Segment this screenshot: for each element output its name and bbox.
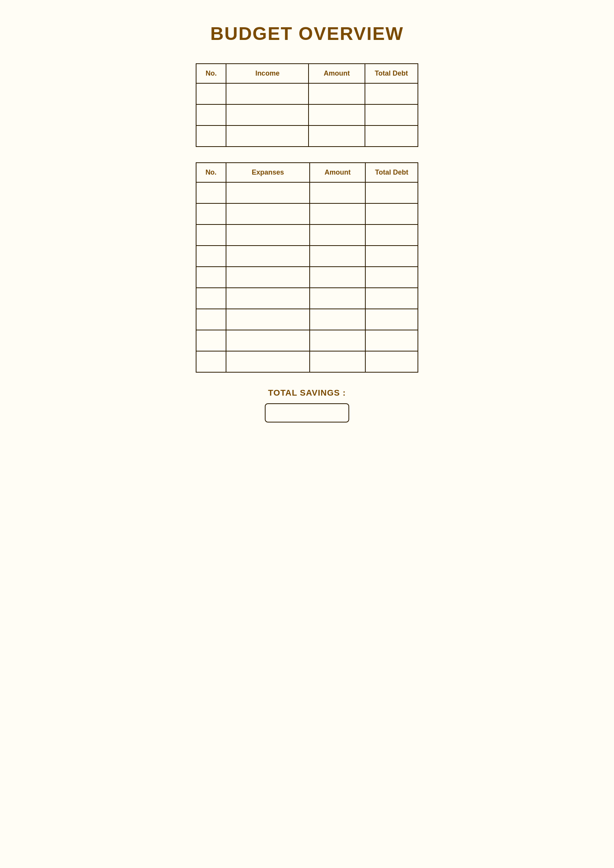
exp-row7-totaldebt[interactable]: [365, 309, 418, 330]
exp-row8-label[interactable]: [226, 330, 310, 351]
exp-row7-amount[interactable]: [310, 309, 365, 330]
table-row: [196, 83, 418, 104]
income-row1-no[interactable]: [196, 83, 226, 104]
table-row: [196, 104, 418, 125]
exp-row4-label[interactable]: [226, 246, 310, 267]
expenses-table: No. Expanses Amount Total Debt: [196, 162, 418, 373]
exp-row3-amount[interactable]: [310, 224, 365, 246]
income-row3-label[interactable]: [226, 125, 309, 147]
income-row1-amount[interactable]: [309, 83, 365, 104]
table-row: [196, 224, 418, 246]
exp-row9-label[interactable]: [226, 351, 310, 372]
exp-row9-amount[interactable]: [310, 351, 365, 372]
exp-row8-totaldebt[interactable]: [365, 330, 418, 351]
exp-row2-totaldebt[interactable]: [365, 203, 418, 224]
exp-row7-label[interactable]: [226, 309, 310, 330]
table-row: [196, 182, 418, 203]
exp-row8-no[interactable]: [196, 330, 226, 351]
exp-row7-no[interactable]: [196, 309, 226, 330]
page: BUDGET OVERVIEW No. Income Amount Total …: [173, 8, 441, 446]
exp-row6-label[interactable]: [226, 288, 310, 309]
exp-row2-amount[interactable]: [310, 203, 365, 224]
exp-row4-no[interactable]: [196, 246, 226, 267]
exp-row6-amount[interactable]: [310, 288, 365, 309]
income-header-no: No.: [196, 64, 226, 83]
income-header-label: Income: [226, 64, 309, 83]
income-row1-label[interactable]: [226, 83, 309, 104]
income-row2-totaldebt[interactable]: [365, 104, 418, 125]
income-row3-amount[interactable]: [309, 125, 365, 147]
exp-row5-label[interactable]: [226, 267, 310, 288]
table-row: [196, 125, 418, 147]
income-header-row: No. Income Amount Total Debt: [196, 64, 418, 83]
income-row2-label[interactable]: [226, 104, 309, 125]
expenses-section: No. Expanses Amount Total Debt: [196, 162, 418, 373]
expenses-header-label: Expanses: [226, 163, 310, 182]
exp-row1-amount[interactable]: [310, 182, 365, 203]
table-row: [196, 330, 418, 351]
exp-row1-totaldebt[interactable]: [365, 182, 418, 203]
exp-row4-amount[interactable]: [310, 246, 365, 267]
total-savings-section: TOTAL SAVINGS :: [196, 388, 418, 422]
table-row: [196, 203, 418, 224]
exp-row3-label[interactable]: [226, 224, 310, 246]
income-table: No. Income Amount Total Debt: [196, 63, 418, 147]
exp-row6-no[interactable]: [196, 288, 226, 309]
exp-row3-no[interactable]: [196, 224, 226, 246]
income-header-totaldebt: Total Debt: [365, 64, 418, 83]
exp-row1-no[interactable]: [196, 182, 226, 203]
income-row3-no[interactable]: [196, 125, 226, 147]
total-savings-input[interactable]: [265, 403, 349, 422]
page-title: BUDGET OVERVIEW: [196, 23, 418, 44]
expenses-header-totaldebt: Total Debt: [365, 163, 418, 182]
total-savings-label: TOTAL SAVINGS :: [268, 388, 346, 398]
exp-row5-totaldebt[interactable]: [365, 267, 418, 288]
income-row1-totaldebt[interactable]: [365, 83, 418, 104]
table-row: [196, 351, 418, 372]
exp-row2-label[interactable]: [226, 203, 310, 224]
income-row2-amount[interactable]: [309, 104, 365, 125]
exp-row4-totaldebt[interactable]: [365, 246, 418, 267]
exp-row6-totaldebt[interactable]: [365, 288, 418, 309]
expenses-header-no: No.: [196, 163, 226, 182]
table-row: [196, 309, 418, 330]
exp-row5-amount[interactable]: [310, 267, 365, 288]
exp-row9-no[interactable]: [196, 351, 226, 372]
exp-row1-label[interactable]: [226, 182, 310, 203]
exp-row2-no[interactable]: [196, 203, 226, 224]
exp-row3-totaldebt[interactable]: [365, 224, 418, 246]
expenses-header-amount: Amount: [310, 163, 365, 182]
income-row3-totaldebt[interactable]: [365, 125, 418, 147]
exp-row9-totaldebt[interactable]: [365, 351, 418, 372]
exp-row8-amount[interactable]: [310, 330, 365, 351]
table-row: [196, 267, 418, 288]
income-section: No. Income Amount Total Debt: [196, 63, 418, 147]
income-row2-no[interactable]: [196, 104, 226, 125]
exp-row5-no[interactable]: [196, 267, 226, 288]
expenses-header-row: No. Expanses Amount Total Debt: [196, 163, 418, 182]
income-header-amount: Amount: [309, 64, 365, 83]
table-row: [196, 288, 418, 309]
table-row: [196, 246, 418, 267]
